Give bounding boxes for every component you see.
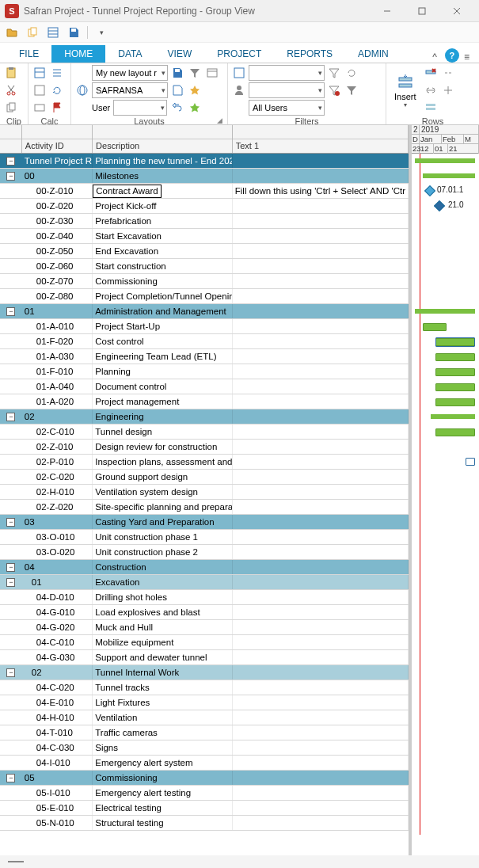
cell-description[interactable]: Project Start-Up xyxy=(93,319,233,333)
cell-activity-id[interactable]: 05-N-010 xyxy=(22,816,93,830)
table-row[interactable]: 05-I-010Emergency alert testing xyxy=(0,786,409,801)
rows-delete-icon[interactable] xyxy=(423,65,439,81)
table-row[interactable]: 05-E-010Electrical testing xyxy=(0,801,409,816)
cell-text1[interactable] xyxy=(233,590,409,604)
cell-activity-id[interactable]: 00-Z-070 xyxy=(22,274,93,288)
close-button[interactable] xyxy=(439,0,474,22)
cell-description[interactable]: Signs xyxy=(93,740,233,755)
cell-description[interactable]: Start construction xyxy=(93,259,233,273)
cell-activity-id[interactable]: 04-G-030 xyxy=(22,650,93,664)
cell-activity-id[interactable]: 03-O-020 xyxy=(22,545,93,559)
table-group-row[interactable]: −Tunnel Project RepPlanning the new tunn… xyxy=(0,154,409,169)
cell-description[interactable]: Administration and Management xyxy=(93,304,233,318)
table-group-row[interactable]: −02Tunnel Internal Work xyxy=(0,665,409,680)
layout-name-combo[interactable]: My new layout r▾ xyxy=(92,65,168,81)
col-text1[interactable]: Text 1 xyxy=(233,139,408,153)
cell-activity-id[interactable]: 01-F-010 xyxy=(22,364,93,379)
menu-data[interactable]: DATA xyxy=(105,45,154,63)
qat-copy-icon[interactable] xyxy=(25,25,40,40)
menu-file[interactable]: FILE xyxy=(6,45,51,63)
table-group-row[interactable]: −04Construction xyxy=(0,560,409,575)
cell-text1[interactable] xyxy=(233,665,409,680)
table-row[interactable]: 00-Z-050End Excavation xyxy=(0,244,409,259)
cell-text1[interactable] xyxy=(233,394,409,409)
cell-description[interactable]: Start Excavation xyxy=(93,229,233,243)
filter-person-icon[interactable] xyxy=(231,82,247,98)
table-row[interactable]: 00-Z-070Commissioning xyxy=(0,274,409,289)
table-row[interactable]: 05-N-010Structural testing xyxy=(0,816,409,831)
copy-icon[interactable] xyxy=(3,100,19,116)
table-row[interactable]: 02-C-010Tunnel design xyxy=(0,424,409,440)
cell-activity-id[interactable]: 02-C-020 xyxy=(22,470,93,484)
cell-description[interactable]: Project management xyxy=(93,394,233,409)
activity-grid[interactable]: Activity ID Description Text 1 −Tunnel P… xyxy=(0,125,412,855)
cell-description[interactable]: Casting Yard and Preparation xyxy=(93,515,233,529)
table-row[interactable]: 01-F-010Planning xyxy=(0,364,409,379)
layout-undo-icon[interactable] xyxy=(169,100,185,116)
user-combo[interactable]: ▾ xyxy=(113,100,167,116)
row-expander[interactable]: − xyxy=(6,578,15,587)
cell-text1[interactable] xyxy=(233,424,409,439)
scope-combo[interactable]: SAFRANSA▾ xyxy=(92,82,168,98)
cell-description[interactable]: Electrical testing xyxy=(93,801,233,815)
cell-text1[interactable] xyxy=(233,319,409,333)
cell-text1[interactable] xyxy=(233,169,409,183)
table-row[interactable]: 04-G-010Load explosives and blast xyxy=(0,605,409,620)
table-row[interactable]: 02-Z-020Site-specific planning and prepa… xyxy=(0,500,409,515)
cell-text1[interactable] xyxy=(233,470,409,484)
table-group-row[interactable]: −01Administration and Management xyxy=(0,304,409,319)
table-row[interactable]: 02-Z-010Design review for construction xyxy=(0,440,409,455)
col-description[interactable]: Description xyxy=(93,139,232,153)
cell-description[interactable]: Engineering Team Lead (ETL) xyxy=(93,349,233,364)
table-row[interactable]: 04-H-010Ventilation xyxy=(0,710,409,725)
cell-activity-id[interactable]: 04-I-010 xyxy=(22,756,93,770)
cell-description[interactable]: Emergency alert system xyxy=(93,756,233,770)
cell-activity-id[interactable]: 02-Z-010 xyxy=(22,440,93,454)
cell-text1[interactable] xyxy=(233,816,409,830)
col-activity-id[interactable]: Activity ID xyxy=(22,139,92,153)
cell-text1[interactable] xyxy=(233,500,409,514)
layout-save-icon[interactable] xyxy=(169,65,185,81)
cell-activity-id[interactable]: 02 xyxy=(22,665,93,680)
table-row[interactable]: 04-C-030Signs xyxy=(0,740,409,756)
cell-text1[interactable] xyxy=(233,515,409,529)
layouts-launcher-icon[interactable]: ◢ xyxy=(217,116,222,124)
cell-description[interactable]: Ventilation system design xyxy=(93,485,233,499)
table-group-row[interactable]: −02Engineering xyxy=(0,409,409,424)
cut-icon[interactable] xyxy=(3,82,19,98)
table-group-row[interactable]: −00Milestones xyxy=(0,169,409,184)
table-row[interactable]: 00-Z-080Project Completion/Tunnel Openin… xyxy=(0,289,409,304)
cell-description[interactable]: Milestones xyxy=(93,169,233,183)
layout-props-icon[interactable] xyxy=(204,65,220,81)
cell-text1[interactable] xyxy=(233,545,409,559)
table-row[interactable]: 02-H-010Ventilation system design xyxy=(0,485,409,500)
cell-activity-id[interactable]: 04-C-010 xyxy=(22,635,93,649)
rows-link-icon[interactable] xyxy=(423,82,439,98)
cell-text1[interactable] xyxy=(233,560,409,574)
cell-text1[interactable] xyxy=(233,334,409,348)
layout-saveas-icon[interactable] xyxy=(169,82,185,98)
cell-description[interactable]: Cost control xyxy=(93,334,233,348)
menu-view[interactable]: VIEW xyxy=(155,45,205,63)
cell-text1[interactable] xyxy=(233,756,409,770)
cell-description[interactable]: Commissioning xyxy=(93,274,233,288)
table-row[interactable]: 02-P-010Inspection plans, assessment and… xyxy=(0,455,409,470)
menu-reports[interactable]: REPORTS xyxy=(274,45,345,63)
cell-activity-id[interactable]: 04-H-010 xyxy=(22,710,93,725)
cell-text1[interactable] xyxy=(233,620,409,634)
cell-text1[interactable] xyxy=(233,289,409,303)
qat-customize-icon[interactable]: ▾ xyxy=(94,25,108,40)
cell-activity-id[interactable]: 01-A-020 xyxy=(22,394,93,409)
gantt-bar[interactable] xyxy=(435,368,475,376)
cell-activity-id[interactable]: 05-E-010 xyxy=(22,801,93,815)
maximize-button[interactable] xyxy=(405,0,439,22)
cell-description[interactable]: Support and dewater tunnel xyxy=(93,650,233,664)
cell-activity-id[interactable]: 01-A-030 xyxy=(22,349,93,364)
cell-description[interactable]: Commissioning xyxy=(93,771,233,785)
layout-globe-icon[interactable] xyxy=(74,82,90,98)
cell-description[interactable]: Tunnel design xyxy=(93,424,233,439)
cell-text1[interactable] xyxy=(233,364,409,379)
row-expander[interactable]: − xyxy=(6,413,15,421)
cell-description[interactable]: Muck and Hull xyxy=(93,620,233,634)
cell-description[interactable]: Document control xyxy=(93,379,233,394)
